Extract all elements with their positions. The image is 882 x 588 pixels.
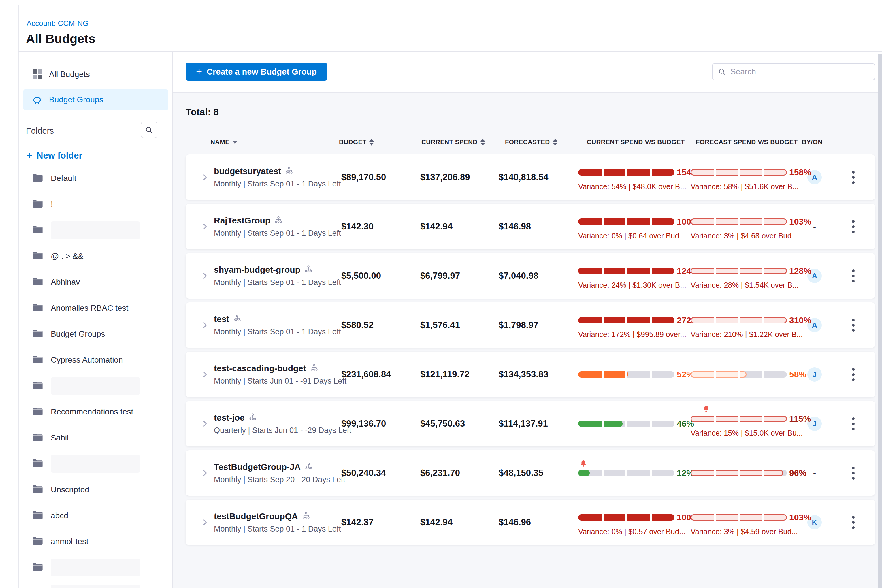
forecast-vs-budget-cell: 96% — [691, 450, 804, 496]
name-cell: RajTestGroup Monthly | Starts Sep 01 - 1… — [214, 204, 341, 249]
folder-item[interactable]: Anomalies RBAC test — [19, 295, 172, 321]
folder-item[interactable]: Unscripted — [19, 477, 172, 502]
folder-item[interactable]: Cypress Automation — [19, 347, 172, 373]
budget-group-name[interactable]: testBudgetGroupQA — [214, 512, 298, 521]
table-row[interactable]: test-cascading-budget Monthly | Starts J… — [186, 352, 875, 397]
folder-item[interactable]: Budget Groups — [19, 321, 172, 347]
forecasted-amount: $7,040.98 — [499, 253, 538, 298]
row-expand-chevron-icon[interactable] — [201, 352, 209, 397]
budget-amount: $231,608.84 — [341, 352, 391, 397]
folder-item[interactable]: @ . > && — [19, 243, 172, 269]
folder-label: Unscripted — [51, 485, 89, 494]
current-vs-budget-cell: 52% — [578, 352, 691, 397]
budget-amount: $142.37 — [341, 500, 374, 545]
variance-text: Variance: 0% | $0.64 over Bud... — [578, 231, 686, 240]
column-header-current-spend-v-s-budget[interactable]: CURRENT SPEND V/S BUDGET — [587, 138, 685, 146]
budget-group-name[interactable]: test-joe — [214, 413, 245, 423]
column-header-by-on[interactable]: BY/ON — [802, 138, 823, 146]
row-menu-button[interactable] — [848, 401, 859, 447]
by-on-empty: - — [813, 468, 816, 478]
row-expand-chevron-icon[interactable] — [201, 302, 209, 348]
folder-icon — [32, 173, 43, 184]
column-label: FORECASTED — [505, 138, 550, 146]
new-folder-button[interactable]: + New folder — [27, 149, 82, 162]
folder-item[interactable]: anmol-test — [19, 529, 172, 555]
folder-item[interactable] — [19, 555, 172, 580]
row-expand-chevron-icon[interactable] — [201, 401, 209, 447]
table-row[interactable]: shyam-budget-group Monthly | Starts Sep … — [186, 253, 875, 298]
variance-text: Variance: 172% | $995.89 over... — [578, 330, 686, 339]
row-menu-button[interactable] — [848, 204, 859, 249]
folder-item[interactable] — [19, 451, 172, 477]
forecasted-amount: $114,137.91 — [499, 401, 548, 447]
folder-item[interactable]: ! — [19, 191, 172, 218]
account-breadcrumb[interactable]: Account: CCM-NG — [27, 19, 88, 28]
budget-group-name[interactable]: RajTestGroup — [214, 216, 270, 225]
budget-group-name[interactable]: test-cascading-budget — [214, 363, 306, 373]
folder-item[interactable]: Abhinav — [19, 269, 172, 295]
row-expand-chevron-icon[interactable] — [201, 204, 209, 249]
table-row[interactable]: TestBudgetGroup-JA Monthly | Starts Sep … — [186, 450, 875, 496]
folder-item[interactable]: Recommendations test — [19, 399, 172, 425]
column-header-forecasted[interactable]: FORECASTED — [505, 138, 558, 146]
row-expand-chevron-icon[interactable] — [201, 154, 209, 200]
row-expand-chevron-icon[interactable] — [201, 450, 209, 496]
row-menu-button[interactable] — [848, 352, 859, 397]
current-spend-amount: $142.94 — [420, 500, 453, 545]
table-row[interactable]: test-joe Quarterly | Starts Jun 01 - -29… — [186, 401, 875, 447]
spend-progress-bar — [578, 470, 675, 476]
budget-amount: $89,170.50 — [341, 154, 386, 200]
column-header-forecast-spend-v-s-budget[interactable]: FORECAST SPEND V/S BUDGET — [696, 138, 798, 146]
vertical-scrollbar[interactable] — [878, 54, 882, 588]
row-menu-button[interactable] — [848, 500, 859, 545]
column-header-current-spend[interactable]: CURRENT SPEND — [422, 138, 485, 146]
folder-item[interactable] — [19, 580, 172, 588]
row-expand-chevron-icon[interactable] — [201, 500, 209, 545]
redacted-folder-label — [51, 585, 140, 588]
table-row[interactable]: RajTestGroup Monthly | Starts Sep 01 - 1… — [186, 204, 875, 249]
budget-group-name[interactable]: budgetsuryatest — [214, 166, 281, 176]
row-menu-button[interactable] — [848, 253, 859, 298]
folder-item[interactable] — [19, 373, 172, 399]
sidebar: All Budgets Budget Groups Folders — [19, 52, 172, 588]
by-on-cell: - — [807, 204, 822, 249]
current-spend-amount: $142.94 — [420, 204, 453, 249]
table-row[interactable]: test Monthly | Starts Sep 01 - 1 Days Le… — [186, 302, 875, 348]
folder-label: Recommendations test — [51, 407, 133, 417]
forecasted-amount: $134,353.83 — [499, 352, 548, 397]
redacted-folder-label — [51, 559, 140, 576]
column-header-budget[interactable]: BUDGET — [339, 138, 374, 146]
budget-group-name[interactable]: shyam-budget-group — [214, 265, 300, 275]
create-budget-group-button[interactable]: + Create a new Budget Group — [186, 63, 327, 81]
sidebar-item-all-budgets[interactable]: All Budgets — [23, 64, 168, 85]
spend-progress-bar — [691, 470, 787, 476]
budget-amount: $580.52 — [341, 302, 374, 348]
row-menu-button[interactable] — [848, 450, 859, 496]
sort-caret-icon — [232, 141, 237, 144]
sort-arrows-icon — [553, 139, 558, 146]
folder-item[interactable]: Sahil — [19, 425, 172, 451]
folders-title: Folders — [26, 126, 54, 136]
folder-item[interactable]: Default — [19, 165, 172, 191]
spend-progress-bar — [691, 371, 787, 378]
row-menu-button[interactable] — [848, 154, 859, 200]
name-cell: test Monthly | Starts Sep 01 - 1 Days Le… — [214, 302, 341, 348]
forecast-vs-budget-cell: 115%Variance: 15% | $15.0K over Bu... — [691, 401, 804, 447]
budget-group-name[interactable]: test — [214, 314, 229, 324]
table-row[interactable]: budgetsuryatest Monthly | Starts Sep 01 … — [186, 154, 875, 200]
folder-search-button[interactable] — [141, 122, 158, 138]
spend-progress-bar — [691, 317, 787, 323]
name-cell: shyam-budget-group Monthly | Starts Sep … — [214, 253, 341, 298]
row-expand-chevron-icon[interactable] — [201, 253, 209, 298]
forecast-vs-budget-cell: 58% — [691, 352, 804, 397]
table-row[interactable]: testBudgetGroupQA Monthly | Starts Sep 0… — [186, 500, 875, 545]
column-header-name[interactable]: NAME — [210, 138, 237, 146]
folder-item[interactable] — [19, 218, 172, 243]
sidebar-item-budget-groups[interactable]: Budget Groups — [23, 89, 168, 110]
row-menu-button[interactable] — [848, 302, 859, 348]
search-input[interactable] — [730, 67, 869, 76]
folder-item[interactable]: abcd — [19, 502, 172, 529]
budget-group-name[interactable]: TestBudgetGroup-JA — [214, 462, 301, 472]
avatar[interactable]: J — [807, 367, 822, 382]
column-label: CURRENT SPEND — [422, 138, 478, 146]
